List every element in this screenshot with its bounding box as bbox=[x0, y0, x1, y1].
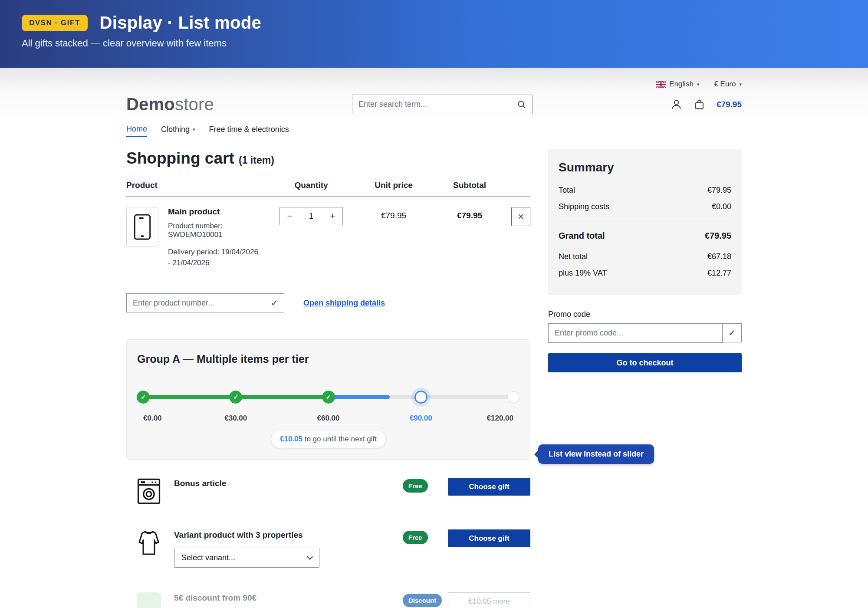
summary-net-label: Net total bbox=[559, 252, 588, 261]
store-logo[interactable]: Demostore bbox=[126, 95, 214, 114]
page-title: Shopping cart (1 item) bbox=[126, 149, 530, 168]
summary-total-label: Total bbox=[559, 186, 575, 195]
gift-tier-slider[interactable]: ✓ ✓ ✓ bbox=[143, 391, 513, 404]
summary-grand-label: Grand total bbox=[559, 231, 605, 241]
cart-table-header: Product Quantity Unit price Subtotal bbox=[126, 181, 530, 197]
logo-bold: Demo bbox=[126, 95, 175, 114]
product-number: Product number: SWDEMO10001 bbox=[168, 222, 270, 239]
quantity-increase-button[interactable]: + bbox=[322, 207, 342, 225]
subtotal: €79.95 bbox=[435, 207, 504, 220]
summary-shipping-value: €0.00 bbox=[712, 202, 731, 211]
quantity-stepper: − + bbox=[279, 207, 343, 225]
brand-badge: DVSN · GIFT bbox=[22, 15, 88, 31]
main-nav: Home Clothing ▾ Free time & electronics bbox=[126, 125, 742, 138]
nav-home[interactable]: Home bbox=[126, 125, 147, 137]
next-gift-text: to go until the next gift bbox=[302, 435, 377, 443]
search-box bbox=[352, 95, 533, 114]
logo-light: store bbox=[175, 95, 214, 114]
discount-tile: €5.00 bbox=[137, 592, 161, 608]
nav-free-time[interactable]: Free time & electronics bbox=[209, 125, 289, 137]
cart-row: Main product Product number: SWDEMO10001… bbox=[126, 197, 530, 268]
tick-label-active: €90.00 bbox=[410, 414, 432, 423]
chevron-down-icon bbox=[307, 554, 313, 560]
gift-title: Bonus article bbox=[174, 479, 403, 488]
tier-marker-next bbox=[414, 391, 427, 404]
language-selector[interactable]: English ▾ bbox=[656, 80, 699, 89]
locked-gift-button: €10.05 more bbox=[448, 592, 530, 608]
remove-item-button[interactable]: × bbox=[511, 207, 530, 226]
free-badge: Free bbox=[403, 531, 428, 544]
summary-panel: Summary Total €79.95 Shipping costs €0.0… bbox=[548, 149, 742, 295]
gift-row-discount-5: €5.00 5€ discount from 90€ Discount €10.… bbox=[126, 580, 530, 608]
add-product-number-button[interactable]: ✓ bbox=[265, 293, 284, 312]
product-name-link[interactable]: Main product bbox=[168, 207, 220, 217]
currency-selector[interactable]: € Euro ▾ bbox=[714, 80, 742, 89]
free-badge: Free bbox=[403, 479, 428, 493]
gift-row-variant-product: Variant product with 3 properties Select… bbox=[126, 517, 530, 580]
gift-list: Bonus article Free Choose gift Variant p… bbox=[126, 466, 530, 608]
nav-clothing-label: Clothing bbox=[161, 125, 190, 134]
summary-grand-value: €79.95 bbox=[705, 231, 731, 241]
discount-badge: Discount bbox=[403, 594, 442, 607]
chevron-down-icon: ▾ bbox=[697, 82, 700, 87]
gift-title: 5€ discount from 90€ bbox=[174, 593, 403, 603]
search-input[interactable] bbox=[358, 100, 516, 109]
nav-clothing[interactable]: Clothing ▾ bbox=[161, 125, 195, 137]
banner-subtitle: All gifts stacked — clear overview with … bbox=[22, 38, 868, 49]
cart-bag-icon[interactable] bbox=[694, 99, 705, 110]
currency-label: € Euro bbox=[714, 80, 736, 89]
product-number-input[interactable] bbox=[126, 293, 265, 312]
unit-price: €79.95 bbox=[352, 207, 435, 220]
gift-row-bonus-article: Bonus article Free Choose gift bbox=[126, 466, 530, 517]
tier-marker-future bbox=[508, 391, 519, 403]
next-gift-pill: €10.05 to go until the next gift bbox=[271, 431, 385, 448]
col-subtotal: Subtotal bbox=[435, 181, 504, 190]
tier-marker-reached: ✓ bbox=[322, 391, 335, 404]
phone-icon bbox=[133, 214, 151, 240]
washing-machine-icon bbox=[137, 478, 161, 505]
gift-group-panel: Group A — Multiple items per tier ✓ ✓ ✓ … bbox=[126, 339, 530, 460]
tick-label: €120.00 bbox=[487, 414, 513, 423]
tick-label: €0.00 bbox=[143, 414, 162, 423]
col-unit-price: Unit price bbox=[352, 181, 435, 190]
slider-fill-blue bbox=[329, 395, 390, 399]
account-icon[interactable] bbox=[671, 99, 682, 110]
tick-label: €60.00 bbox=[317, 414, 340, 423]
cart-title: Shopping cart bbox=[126, 149, 234, 167]
summary-vat-value: €12.77 bbox=[707, 269, 731, 278]
summary-shipping-label: Shipping costs bbox=[559, 202, 609, 211]
product-thumbnail bbox=[126, 207, 158, 247]
chevron-down-icon: ▾ bbox=[739, 82, 742, 87]
next-gift-amount: €10.05 bbox=[280, 435, 302, 443]
apply-promo-button[interactable]: ✓ bbox=[722, 323, 742, 342]
cart-item-count: (1 item) bbox=[239, 154, 274, 166]
summary-net-value: €67.18 bbox=[707, 252, 731, 261]
choose-gift-button[interactable]: Choose gift bbox=[448, 478, 530, 496]
annotation-tooltip: List view instead of slider bbox=[538, 444, 654, 464]
choose-gift-button[interactable]: Choose gift bbox=[448, 529, 530, 547]
promo-code-input[interactable] bbox=[548, 323, 723, 343]
tier-marker-reached: ✓ bbox=[229, 391, 242, 404]
quantity-input[interactable] bbox=[300, 212, 322, 221]
go-to-checkout-button[interactable]: Go to checkout bbox=[548, 353, 742, 372]
col-quantity: Quantity bbox=[270, 181, 352, 190]
gift-group-title: Group A — Multiple items per tier bbox=[137, 353, 519, 365]
tick-label: €30.00 bbox=[224, 414, 247, 423]
tier-marker-reached: ✓ bbox=[137, 391, 150, 404]
col-product: Product bbox=[126, 181, 270, 190]
variant-select-value: Select variant... bbox=[181, 553, 235, 562]
banner-title: Display · List mode bbox=[100, 13, 261, 33]
demo-banner: DVSN · GIFT Display · List mode All gift… bbox=[0, 0, 868, 68]
chevron-down-icon: ▾ bbox=[193, 127, 195, 132]
uk-flag-icon bbox=[656, 81, 666, 88]
summary-title: Summary bbox=[559, 161, 731, 174]
open-shipping-details-link[interactable]: Open shipping details bbox=[303, 299, 385, 308]
sweater-icon bbox=[138, 529, 160, 556]
header-cart-total[interactable]: €79.95 bbox=[717, 100, 742, 109]
search-icon[interactable] bbox=[516, 99, 527, 110]
quantity-decrease-button[interactable]: − bbox=[280, 207, 300, 225]
variant-select[interactable]: Select variant... bbox=[174, 548, 319, 568]
delivery-period: Delivery period: 19/04/2026 - 21/04/2026 bbox=[168, 247, 261, 268]
promo-code-label: Promo code bbox=[548, 310, 742, 319]
gift-title: Variant product with 3 properties bbox=[174, 530, 403, 540]
